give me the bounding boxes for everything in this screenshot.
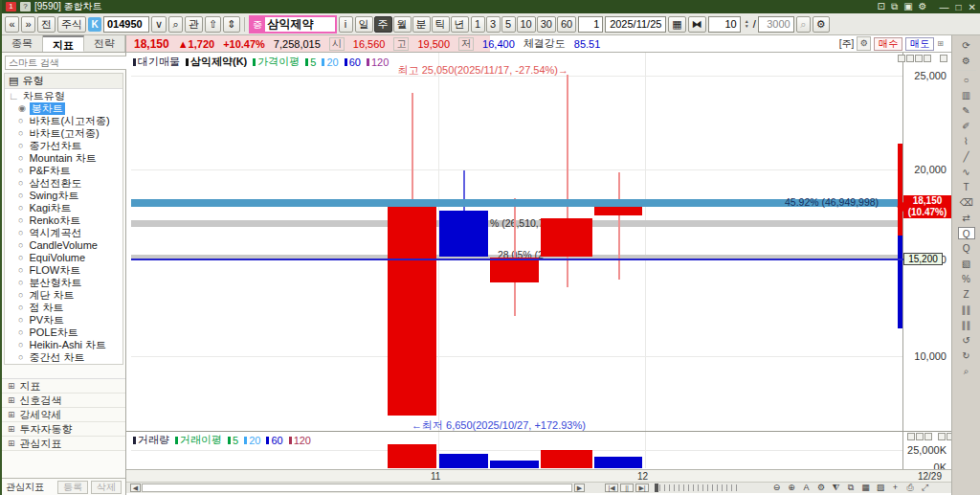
back-button[interactable]: « bbox=[5, 16, 19, 33]
stock-info-button[interactable]: i bbox=[339, 16, 353, 33]
pane-button[interactable] bbox=[924, 433, 932, 440]
stock-search-button[interactable]: ⌕ bbox=[168, 16, 183, 33]
grid-bars2-icon[interactable]: ∥∥ bbox=[958, 319, 975, 331]
scale-mode-icon[interactable]: ▧ bbox=[958, 258, 975, 270]
sidebar-tab-전략[interactable]: 전략 bbox=[84, 35, 125, 52]
chart-type-item[interactable]: ○바차트(시고저종) bbox=[5, 115, 122, 127]
smart-search-input[interactable] bbox=[5, 56, 139, 70]
chart-type-item[interactable]: ○Swing차트 bbox=[5, 190, 122, 202]
scroll-left-button[interactable]: ◀ bbox=[130, 484, 141, 492]
chart-type-item[interactable]: ○POLE차트 bbox=[5, 326, 122, 339]
pane-button[interactable] bbox=[915, 55, 923, 62]
window-settings-icon[interactable]: ⚙ bbox=[919, 1, 927, 11]
refresh-icon[interactable]: ⟳ bbox=[958, 39, 975, 52]
zoom-area-icon[interactable]: Q bbox=[958, 242, 975, 255]
chart-type-item[interactable]: ○계단 차트 bbox=[5, 289, 122, 302]
sidebar-tab-종목[interactable]: 종목 bbox=[2, 35, 43, 52]
zigzag-icon[interactable]: Z bbox=[958, 288, 975, 301]
type-group-header[interactable]: ▤ 유형 bbox=[5, 74, 122, 89]
pen-icon[interactable]: ✐ bbox=[958, 120, 975, 132]
register-button[interactable]: 등록 bbox=[57, 481, 88, 494]
chart-type-item[interactable]: ○CandleVolume bbox=[5, 239, 122, 252]
bar-count-stepper[interactable]: ▲▼ bbox=[743, 19, 751, 29]
minute-button-30[interactable]: 30 bbox=[537, 16, 556, 33]
bar-count-input[interactable]: 10 bbox=[708, 16, 741, 33]
chart-settings-icon[interactable]: ⚙ bbox=[815, 483, 828, 493]
zoom-in-icon[interactable]: ⊕ bbox=[786, 483, 798, 493]
chart-type-item[interactable]: ○Mountain 차트 bbox=[5, 152, 122, 165]
zoom-out-icon[interactable]: ⊖ bbox=[770, 483, 783, 493]
pane-button[interactable] bbox=[938, 433, 946, 440]
chart-type-item[interactable]: ○역시계곡선 bbox=[5, 227, 122, 239]
minute-button-3[interactable]: 3 bbox=[486, 16, 501, 33]
chart-type-item[interactable]: ○중간선 차트 bbox=[5, 351, 122, 364]
chart-type-item[interactable]: ○종가선차트 bbox=[5, 140, 122, 152]
delete-button[interactable]: 삭제 bbox=[91, 481, 122, 494]
mini-chart-icon[interactable]: ▨ bbox=[875, 483, 887, 493]
period-button-일[interactable]: 일 bbox=[355, 16, 373, 33]
grid-bars-icon[interactable]: ∥∥ bbox=[958, 304, 975, 316]
step-first-button[interactable]: |◀ bbox=[605, 484, 618, 492]
date-input[interactable]: 2025/11/25 bbox=[605, 16, 666, 33]
minute-button-1[interactable]: 1 bbox=[471, 16, 485, 33]
pane-button[interactable] bbox=[898, 55, 905, 62]
chart-type-item[interactable]: ○P&F차트 bbox=[5, 165, 122, 177]
auto-trendline-icon[interactable]: ∿ bbox=[958, 166, 975, 178]
period-button-분[interactable]: 분 bbox=[412, 16, 431, 33]
magnifier-icon[interactable]: ⌕ bbox=[958, 365, 975, 377]
arrow-up-button[interactable]: ⇧ bbox=[205, 16, 221, 33]
chart-type-item[interactable]: ○Heikin-Ashi 차트 bbox=[5, 339, 122, 351]
chart-type-item[interactable]: ○바차트(고저종) bbox=[5, 127, 122, 140]
sidebar-section-신호검색[interactable]: ⊞신호검색 bbox=[2, 394, 125, 408]
settings-icon[interactable]: ⚙ bbox=[958, 55, 975, 67]
maximize-button[interactable]: □ bbox=[956, 2, 962, 12]
sell-button[interactable]: 매도 bbox=[905, 37, 934, 51]
pane-button[interactable] bbox=[924, 55, 931, 62]
link-chart-icon[interactable]: ⧓ bbox=[688, 16, 706, 33]
chart-edit-icon[interactable]: ▥ bbox=[958, 89, 975, 101]
sidebar-section-지표[interactable]: ⊞지표 bbox=[2, 379, 125, 394]
sidebar-tab-지표[interactable]: 지표 bbox=[43, 35, 84, 52]
zoom-select-icon[interactable]: Q bbox=[958, 227, 975, 239]
period-button-주[interactable]: 주 bbox=[374, 16, 392, 33]
chart-type-item[interactable]: ○삼선전환도 bbox=[5, 177, 122, 190]
arrow-updown-button[interactable]: ⇕ bbox=[223, 16, 239, 33]
pane-button[interactable] bbox=[940, 55, 947, 62]
tree-root[interactable]: ∟ 차트유형 bbox=[5, 89, 122, 102]
chart-type-item[interactable]: ◉봉차트 bbox=[5, 102, 122, 115]
text-tool-icon[interactable]: T bbox=[958, 181, 975, 193]
chart-scrollbar[interactable] bbox=[142, 484, 572, 492]
data-table-icon[interactable]: ▦ bbox=[859, 483, 872, 493]
forward-button[interactable]: » bbox=[21, 16, 35, 33]
marker-pen-icon[interactable]: ⌇ bbox=[958, 135, 975, 147]
auto-scale-icon[interactable]: A bbox=[800, 483, 813, 493]
pane-button[interactable] bbox=[907, 433, 915, 440]
chart-type-item[interactable]: ○PV차트 bbox=[5, 314, 122, 326]
chart-type-item[interactable]: ○분산형차트 bbox=[5, 277, 122, 289]
prev-stock-button[interactable]: 전 bbox=[37, 16, 56, 33]
chart-type-item[interactable]: ○EquiVolume bbox=[5, 252, 122, 264]
slider-handle[interactable] bbox=[655, 484, 658, 492]
capture-icon[interactable]: ▣ bbox=[903, 1, 912, 11]
scroll-right-button[interactable]: ▶ bbox=[574, 484, 585, 492]
minute-button-10[interactable]: 10 bbox=[517, 16, 536, 33]
sidebar-section-강세약세[interactable]: ⊞강세약세 bbox=[2, 408, 125, 422]
compare-icon[interactable]: ⇄ bbox=[958, 212, 975, 224]
new-window-icon[interactable]: ⊡ bbox=[878, 1, 885, 11]
zoom-search-icon[interactable]: ⌕ bbox=[796, 16, 811, 33]
chart-canvas[interactable]: 45.92% (46,949,998)% (26,510,775)28.05% … bbox=[126, 53, 951, 495]
print-icon[interactable]: ⎙ bbox=[904, 483, 917, 493]
sidebar-section-관심지표[interactable]: ⊞관심지표 bbox=[2, 437, 125, 451]
redo-icon[interactable]: ↻ bbox=[958, 349, 975, 362]
minute-button-5[interactable]: 5 bbox=[501, 16, 516, 33]
minimize-button[interactable]: — bbox=[940, 2, 949, 12]
pane-button[interactable] bbox=[906, 55, 914, 62]
chart-type-item[interactable]: ○점 차트 bbox=[5, 302, 122, 314]
pause-button[interactable]: || bbox=[620, 484, 634, 492]
ratio-icon[interactable]: % bbox=[958, 273, 975, 285]
sidebar-section-투자자동향[interactable]: ⊞투자자동향 bbox=[2, 422, 125, 437]
toolbar-settings-icon[interactable]: ⚙ bbox=[813, 16, 830, 33]
link-window-icon[interactable]: ⧉ bbox=[891, 1, 898, 11]
filter-icon[interactable]: ⧨ bbox=[830, 483, 842, 493]
pane-button[interactable] bbox=[916, 433, 924, 440]
